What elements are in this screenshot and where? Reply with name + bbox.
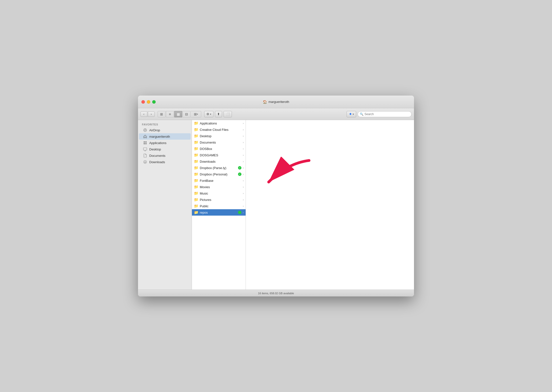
col-label-fontbase: FontBase bbox=[200, 179, 241, 183]
applications-sidebar-icon bbox=[143, 141, 147, 145]
col-item-fontbase[interactable]: 📁 FontBase › bbox=[192, 177, 246, 184]
folder-icon-documents: 📁 bbox=[194, 140, 198, 145]
sidebar-item-desktop[interactable]: Desktop bbox=[139, 146, 191, 152]
sidebar-section-label: Favorites bbox=[138, 123, 192, 127]
col-label-creative-cloud: Creative Cloud Files bbox=[200, 128, 241, 132]
back-icon: ‹ bbox=[143, 112, 144, 116]
view-icon-button[interactable]: ⊞ bbox=[158, 111, 165, 117]
folder-icon-dropbox-personal: 📁 bbox=[194, 172, 198, 176]
col-item-dosbox[interactable]: 📁 DOSBox › bbox=[192, 146, 246, 152]
col-label-dosbox: DOSBox bbox=[200, 147, 241, 151]
search-icon: 🔍 bbox=[360, 112, 364, 116]
chevron-right-icon-11: › bbox=[243, 186, 244, 188]
grid-view-icon: ⊞ bbox=[194, 112, 197, 116]
svg-rect-4 bbox=[145, 143, 147, 144]
checkmark-icon-2: ✓ bbox=[239, 173, 241, 175]
chevron-right-icon: › bbox=[243, 122, 244, 125]
grid-dropdown-icon: ▾ bbox=[197, 113, 198, 115]
sidebar-item-downloads[interactable]: Downloads bbox=[139, 159, 191, 165]
chevron-right-icon-2: › bbox=[243, 128, 244, 131]
list-view-icon: ≡ bbox=[169, 112, 171, 116]
window-title-area: 🏠 margueriteroth bbox=[263, 100, 289, 104]
sidebar: Favorites AirDrop margueriteroth Applica… bbox=[138, 120, 192, 290]
finder-window: 🏠 margueriteroth ‹ › ⊞ ≡ ▦ ⊟ bbox=[138, 96, 414, 296]
share-button[interactable]: ⬆ bbox=[215, 111, 222, 117]
col-item-dosgames[interactable]: 📁 DOSGAMES › bbox=[192, 152, 246, 158]
chevron-right-icon-13: › bbox=[243, 198, 244, 201]
action-dropdown-icon: ▾ bbox=[210, 113, 211, 115]
chevron-right-icon-9: › bbox=[243, 173, 244, 176]
sidebar-label-desktop: Desktop bbox=[149, 147, 161, 151]
nav-buttons: ‹ › bbox=[140, 111, 155, 117]
col-item-public[interactable]: 📁 Public › bbox=[192, 203, 246, 209]
sidebar-item-airdrop[interactable]: AirDrop bbox=[139, 127, 191, 133]
chevron-right-icon-10: › bbox=[243, 179, 244, 182]
view-buttons: ⊞ ≡ ▦ ⊟ ⊞ ▾ bbox=[158, 111, 201, 117]
col-item-downloads[interactable]: 📁 Downloads › bbox=[192, 158, 246, 165]
folder-icon-repos: 📁 bbox=[194, 210, 198, 215]
sidebar-label-airdrop: AirDrop bbox=[149, 128, 160, 132]
col-item-creative-cloud[interactable]: 📁 Creative Cloud Files › bbox=[192, 126, 246, 133]
view-column-button[interactable]: ▦ bbox=[174, 111, 182, 117]
action-button[interactable]: ⚙ ▾ bbox=[204, 111, 213, 117]
col-item-repos[interactable]: 📁 repos › bbox=[192, 209, 246, 216]
titlebar: 🏠 margueriteroth bbox=[138, 96, 414, 108]
chevron-right-icon-6: › bbox=[243, 154, 244, 157]
sidebar-label-applications: Applications bbox=[149, 141, 166, 145]
tag-icon: ⬜ bbox=[226, 112, 230, 116]
col-item-dropbox-parsely[interactable]: 📁 Dropbox (Parse.ly) ✓ › bbox=[192, 165, 246, 171]
back-button[interactable]: ‹ bbox=[140, 111, 147, 117]
toolbar: ‹ › ⊞ ≡ ▦ ⊟ ⊞ ▾ ⚙ ▾ bbox=[138, 108, 414, 120]
folder-icon-desktop: 📁 bbox=[194, 134, 198, 138]
downloads-sidebar-icon bbox=[143, 160, 147, 164]
maximize-button[interactable] bbox=[152, 100, 156, 104]
col-item-desktop[interactable]: 📁 Desktop › bbox=[192, 133, 246, 139]
folder-icon-music: 📁 bbox=[194, 191, 198, 196]
search-input[interactable] bbox=[364, 112, 409, 116]
col-label-dropbox-personal: Dropbox (Personal) bbox=[200, 172, 237, 176]
view-grid-button[interactable]: ⊞ ▾ bbox=[191, 111, 201, 117]
dropbox-chevron-icon: ▾ bbox=[353, 113, 354, 115]
svg-rect-1 bbox=[144, 141, 145, 143]
chevron-right-icon-7: › bbox=[243, 160, 244, 163]
svg-rect-3 bbox=[144, 143, 145, 144]
view-list-button[interactable]: ≡ bbox=[166, 111, 174, 117]
forward-button[interactable]: › bbox=[148, 111, 155, 117]
close-button[interactable] bbox=[141, 100, 145, 104]
col-label-music: Music bbox=[200, 192, 241, 195]
minimize-button[interactable] bbox=[147, 100, 150, 104]
sync-badge-parsely: ✓ bbox=[238, 166, 241, 170]
chevron-right-icon-3: › bbox=[243, 135, 244, 137]
folder-icon-fontbase: 📁 bbox=[194, 178, 198, 183]
col-item-dropbox-personal[interactable]: 📁 Dropbox (Personal) ✓ › bbox=[192, 171, 246, 177]
home-sidebar-icon bbox=[143, 134, 147, 139]
col-label-applications: Applications bbox=[200, 122, 241, 125]
view-gallery-button[interactable]: ⊟ bbox=[183, 111, 190, 117]
sidebar-item-margueriteroth[interactable]: margueriteroth bbox=[139, 133, 191, 140]
svg-rect-5 bbox=[143, 148, 147, 150]
column-view-icon: ▦ bbox=[177, 112, 180, 116]
chevron-right-icon-12: › bbox=[243, 192, 244, 195]
col-label-dropbox-parsely: Dropbox (Parse.ly) bbox=[200, 166, 237, 170]
folder-icon-dosgames: 📁 bbox=[194, 153, 198, 157]
chevron-right-icon-14: › bbox=[243, 205, 244, 208]
chevron-right-icon-15: › bbox=[243, 211, 244, 214]
col-item-pictures[interactable]: 📁 Pictures › bbox=[192, 196, 246, 203]
col-label-desktop: Desktop bbox=[200, 134, 241, 138]
search-bar[interactable]: 🔍 bbox=[358, 111, 412, 117]
col-item-applications[interactable]: 📁 Applications › bbox=[192, 120, 246, 126]
dropbox-button[interactable]: ✦ ▾ bbox=[347, 111, 356, 117]
col-item-music[interactable]: 📁 Music › bbox=[192, 190, 246, 196]
arrow-annotation bbox=[261, 157, 314, 191]
tag-button[interactable]: ⬜ bbox=[224, 111, 232, 117]
sidebar-item-applications[interactable]: Applications bbox=[139, 140, 191, 146]
col-item-movies[interactable]: 📁 Movies › bbox=[192, 184, 246, 190]
chevron-right-icon-8: › bbox=[243, 167, 244, 169]
dropbox-icon: ✦ bbox=[349, 112, 352, 116]
col-label-repos: repos bbox=[200, 211, 237, 214]
sidebar-item-documents[interactable]: Documents bbox=[139, 152, 191, 159]
columns-area: 📁 Applications › 📁 Creative Cloud Files … bbox=[192, 120, 414, 290]
col-item-documents[interactable]: 📁 Documents › bbox=[192, 139, 246, 146]
airdrop-icon bbox=[143, 128, 147, 132]
col-label-downloads: Downloads bbox=[200, 160, 241, 163]
